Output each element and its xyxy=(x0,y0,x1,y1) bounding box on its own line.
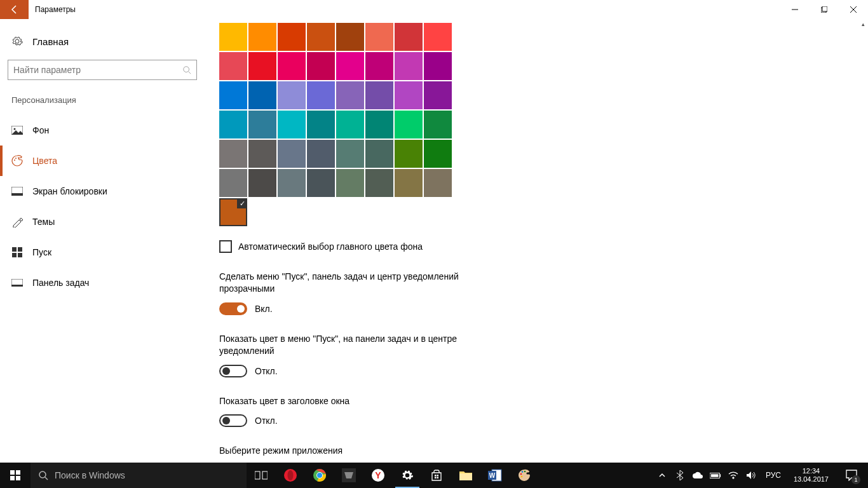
taskbar-app-yandex[interactable]: Y xyxy=(363,463,393,488)
taskbar-app-word[interactable]: W xyxy=(480,463,510,488)
color-swatch[interactable] xyxy=(424,111,452,139)
custom-color-swatch[interactable]: ✓ xyxy=(219,198,247,226)
sidebar-item-themes[interactable]: Темы xyxy=(8,207,189,237)
taskbar-app-opera[interactable] xyxy=(276,463,305,488)
color-swatch[interactable] xyxy=(278,81,306,109)
color-swatch[interactable] xyxy=(248,169,276,197)
taskbar-search[interactable]: Поиск в Windows xyxy=(31,463,247,488)
color-swatch[interactable] xyxy=(248,140,276,168)
color-swatch[interactable] xyxy=(307,140,335,168)
home-button[interactable]: Главная xyxy=(8,32,189,60)
onedrive-tray[interactable] xyxy=(692,470,703,481)
auto-pick-checkbox[interactable]: Автоматический выбор главного цвета фона xyxy=(219,240,868,253)
taskbar-app-store[interactable] xyxy=(422,463,451,488)
taskbar-app-explorer[interactable] xyxy=(451,463,480,488)
color-swatch[interactable] xyxy=(424,52,452,80)
bluetooth-tray[interactable] xyxy=(674,470,686,481)
color-swatch[interactable] xyxy=(395,169,423,197)
action-center-button[interactable]: 1 xyxy=(839,463,864,488)
svg-point-9 xyxy=(14,159,15,161)
color-swatch[interactable] xyxy=(219,81,247,109)
taskbar-app-chrome[interactable] xyxy=(305,463,334,488)
color-swatch[interactable] xyxy=(248,23,276,51)
title-color-toggle[interactable]: Откл. xyxy=(219,414,868,427)
color-swatch[interactable] xyxy=(395,23,423,51)
color-swatch[interactable] xyxy=(395,140,423,168)
svg-rect-14 xyxy=(12,247,17,252)
color-swatch[interactable] xyxy=(336,169,364,197)
transparency-toggle[interactable]: Вкл. xyxy=(219,302,868,315)
gear-icon xyxy=(11,36,23,47)
color-swatch[interactable] xyxy=(365,140,393,168)
color-swatch[interactable] xyxy=(336,111,364,139)
color-swatch[interactable] xyxy=(336,52,364,80)
taskbar-app-settings[interactable] xyxy=(393,463,422,488)
wifi-tray[interactable] xyxy=(728,470,739,481)
color-swatch[interactable] xyxy=(395,52,423,80)
color-swatch[interactable] xyxy=(307,52,335,80)
content-area: ✓ Автоматический выбор главного цвета фо… xyxy=(197,19,868,463)
color-swatch[interactable] xyxy=(365,52,393,80)
color-swatch[interactable] xyxy=(219,140,247,168)
sidebar-item-taskbar[interactable]: Панель задач xyxy=(8,268,189,298)
sidebar-item-background[interactable]: Фон xyxy=(8,115,189,146)
toggle-state: Откл. xyxy=(255,416,278,426)
task-view-button[interactable] xyxy=(247,463,276,488)
color-swatch[interactable] xyxy=(219,23,247,51)
show-color-toggle[interactable]: Откл. xyxy=(219,365,868,377)
volume-tray[interactable] xyxy=(745,470,757,481)
color-swatch[interactable] xyxy=(278,52,306,80)
color-swatch[interactable] xyxy=(424,23,452,51)
body: Главная Персонализация Фон Цвета Экран б… xyxy=(0,19,868,463)
color-swatch[interactable] xyxy=(307,169,335,197)
back-button[interactable] xyxy=(0,0,29,19)
color-swatch[interactable] xyxy=(336,140,364,168)
maximize-button[interactable] xyxy=(810,0,839,19)
color-swatch[interactable] xyxy=(278,140,306,168)
color-swatch[interactable] xyxy=(336,81,364,109)
color-swatch[interactable] xyxy=(365,23,393,51)
toggle-state: Откл. xyxy=(255,366,278,376)
search-input[interactable] xyxy=(8,60,197,80)
search-field[interactable] xyxy=(13,65,182,75)
color-swatch[interactable] xyxy=(248,52,276,80)
scrollbar[interactable]: ▴ xyxy=(858,19,868,463)
sidebar-item-start[interactable]: Пуск xyxy=(8,237,189,268)
color-swatch[interactable] xyxy=(278,169,306,197)
color-swatch[interactable] xyxy=(395,111,423,139)
color-swatch[interactable] xyxy=(424,140,452,168)
color-swatch[interactable] xyxy=(248,81,276,109)
color-swatch[interactable] xyxy=(307,23,335,51)
color-swatch[interactable] xyxy=(365,81,393,109)
scroll-up-icon[interactable]: ▴ xyxy=(858,19,868,29)
tray-overflow[interactable] xyxy=(656,470,668,481)
color-swatch[interactable] xyxy=(307,81,335,109)
svg-rect-17 xyxy=(18,253,22,257)
word-icon: W xyxy=(488,468,502,482)
color-swatch[interactable] xyxy=(365,169,393,197)
color-swatch[interactable] xyxy=(307,111,335,139)
color-swatch[interactable] xyxy=(219,52,247,80)
close-button[interactable] xyxy=(839,0,868,19)
color-swatch[interactable] xyxy=(424,81,452,109)
color-swatch[interactable] xyxy=(278,111,306,139)
clock[interactable]: 12:34 13.04.2017 xyxy=(790,467,832,483)
color-swatch[interactable] xyxy=(365,111,393,139)
color-swatch[interactable] xyxy=(336,23,364,51)
color-swatch[interactable] xyxy=(219,111,247,139)
sidebar-item-colors[interactable]: Цвета xyxy=(8,146,189,176)
taskbar-app-wot[interactable] xyxy=(334,463,363,488)
language-indicator[interactable]: РУС xyxy=(763,471,783,480)
svg-rect-27 xyxy=(262,471,268,479)
color-swatch[interactable] xyxy=(219,169,247,197)
start-button[interactable] xyxy=(0,463,31,488)
sidebar-item-lockscreen[interactable]: Экран блокировки xyxy=(8,176,189,207)
color-swatch[interactable] xyxy=(395,81,423,109)
taskbar-app-paint[interactable] xyxy=(510,463,539,488)
minimize-button[interactable] xyxy=(780,0,810,19)
svg-point-48 xyxy=(521,476,523,478)
color-swatch[interactable] xyxy=(248,111,276,139)
color-swatch[interactable] xyxy=(424,169,452,197)
color-swatch[interactable] xyxy=(278,23,306,51)
battery-tray[interactable] xyxy=(710,470,721,481)
